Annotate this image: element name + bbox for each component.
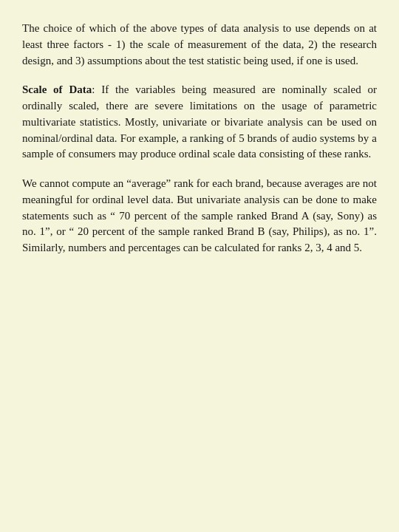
- page-container: The choice of which of the above types o…: [0, 0, 399, 532]
- paragraph-3: We cannot compute an “average” rank for …: [22, 176, 377, 256]
- paragraph-3-text: We cannot compute an “average” rank for …: [22, 177, 377, 253]
- paragraph-1: The choice of which of the above types o…: [22, 21, 377, 69]
- paragraph-2: Scale of Data: If the variables being me…: [22, 82, 377, 163]
- paragraph-1-text: The choice of which of the above types o…: [22, 22, 377, 66]
- scale-of-data-label: Scale of Data: [22, 83, 92, 95]
